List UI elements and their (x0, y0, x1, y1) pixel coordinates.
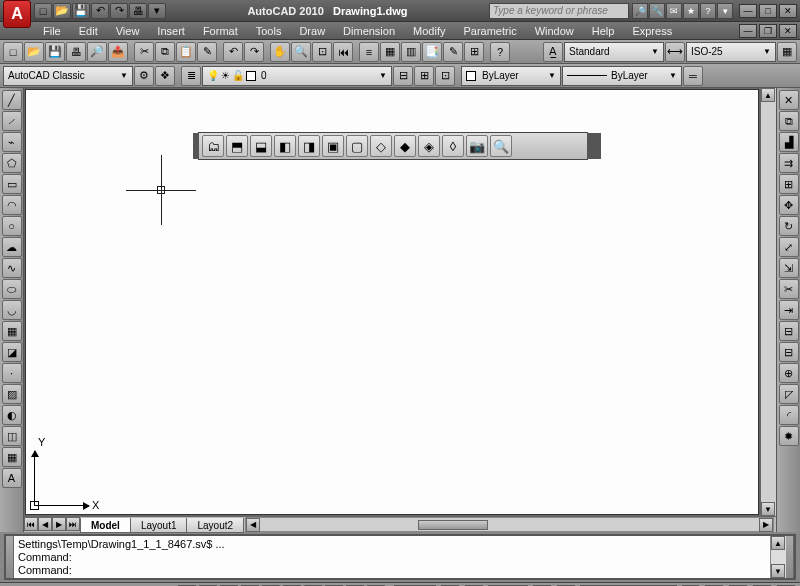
help-icon[interactable]: ? (700, 3, 716, 19)
properties-icon[interactable]: ≡ (359, 42, 379, 62)
scroll-left-icon[interactable]: ◀ (246, 518, 260, 532)
new-icon[interactable]: □ (3, 42, 23, 62)
mtext-icon[interactable]: A (2, 468, 22, 488)
table-icon[interactable]: ▦ (2, 447, 22, 467)
qa-dropdown-icon[interactable]: ▾ (148, 3, 166, 19)
redo-icon[interactable]: ↷ (244, 42, 264, 62)
back-view-icon[interactable]: ▢ (346, 135, 368, 157)
explode-icon[interactable]: ✹ (779, 426, 799, 446)
right-view-icon[interactable]: ◨ (298, 135, 320, 157)
layer-state-icon[interactable]: ⊟ (393, 66, 413, 86)
extend-icon[interactable]: ⇥ (779, 300, 799, 320)
qa-save-icon[interactable]: 💾 (72, 3, 90, 19)
ws-save-icon[interactable]: ❖ (155, 66, 175, 86)
command-resize-handle[interactable] (786, 536, 794, 578)
menu-tools[interactable]: Tools (247, 25, 291, 37)
chamfer-icon[interactable]: ◸ (779, 384, 799, 404)
markup-icon[interactable]: ✎ (443, 42, 463, 62)
view-toolbar[interactable]: 🗂 ⬒ ⬓ ◧ ◨ ▣ ▢ ◇ ◆ ◈ ◊ 📷 🔍 (198, 132, 588, 160)
menu-window[interactable]: Window (526, 25, 583, 37)
pan-icon[interactable]: ✋ (270, 42, 290, 62)
command-scrollbar[interactable]: ▲ ▼ (770, 536, 786, 578)
sw-iso-icon[interactable]: ◇ (370, 135, 392, 157)
qa-open-icon[interactable]: 📂 (53, 3, 71, 19)
make-block-icon[interactable]: ◪ (2, 342, 22, 362)
region-icon[interactable]: ◫ (2, 426, 22, 446)
comm-icon[interactable]: ✉ (666, 3, 682, 19)
save-icon[interactable]: 💾 (45, 42, 65, 62)
left-view-icon[interactable]: ◧ (274, 135, 296, 157)
ssm-icon[interactable]: 📑 (422, 42, 442, 62)
pline-icon[interactable]: ⌁ (2, 132, 22, 152)
scale-icon[interactable]: ⤢ (779, 237, 799, 257)
circle-icon[interactable]: ○ (2, 216, 22, 236)
linetype-dropdown[interactable]: ByLayer ▼ (562, 66, 682, 86)
array-icon[interactable]: ⊞ (779, 174, 799, 194)
menu-file[interactable]: File (34, 25, 70, 37)
menu-format[interactable]: Format (194, 25, 247, 37)
cut-icon[interactable]: ✂ (134, 42, 154, 62)
tab-next-icon[interactable]: ▶ (52, 517, 66, 531)
menu-parametric[interactable]: Parametric (454, 25, 525, 37)
qa-print-icon[interactable]: 🖶 (129, 3, 147, 19)
qa-new-icon[interactable]: □ (34, 3, 52, 19)
menu-express[interactable]: Express (623, 25, 681, 37)
menu-insert[interactable]: Insert (148, 25, 194, 37)
menu-help[interactable]: Help (583, 25, 624, 37)
tab-prev-icon[interactable]: ◀ (38, 517, 52, 531)
minimize-button[interactable]: — (739, 4, 757, 18)
search-input[interactable] (489, 3, 629, 19)
dc-icon[interactable]: ▦ (380, 42, 400, 62)
layer-iso-icon[interactable]: ⊡ (435, 66, 455, 86)
scrollbar-horizontal[interactable]: ◀ ▶ (245, 517, 774, 532)
bottom-view-icon[interactable]: ⬓ (250, 135, 272, 157)
command-line[interactable]: Settings\Temp\Drawing1_1_1_8467.sv$ ... … (4, 534, 796, 580)
erase-icon[interactable]: ✕ (779, 90, 799, 110)
scroll-down-icon[interactable]: ▼ (761, 502, 775, 516)
close-button[interactable]: ✕ (779, 4, 797, 18)
tab-first-icon[interactable]: ⏮ (24, 517, 38, 531)
hatch-icon[interactable]: ▨ (2, 384, 22, 404)
break-pt-icon[interactable]: ⊟ (779, 321, 799, 341)
ws-settings-icon[interactable]: ⚙ (134, 66, 154, 86)
command-text[interactable]: Settings\Temp\Drawing1_1_1_8467.sv$ ... … (14, 536, 770, 578)
undo-icon[interactable]: ↶ (223, 42, 243, 62)
qcalc-icon[interactable]: ⊞ (464, 42, 484, 62)
camera-icon[interactable]: 📷 (466, 135, 488, 157)
scroll-right-icon[interactable]: ▶ (759, 518, 773, 532)
color-dropdown[interactable]: ByLayer ▼ (461, 66, 561, 86)
publish-icon[interactable]: 📤 (108, 42, 128, 62)
layer-dropdown[interactable]: 💡 ☀ 🔓 0 ▼ (202, 66, 392, 86)
ellipse-arc-icon[interactable]: ◡ (2, 300, 22, 320)
scrollbar-vertical[interactable]: ▲ ▼ (760, 88, 776, 516)
subscription-icon[interactable]: 🔧 (649, 3, 665, 19)
copy-icon[interactable]: ⧉ (155, 42, 175, 62)
scroll-up-icon[interactable]: ▲ (761, 88, 775, 102)
stretch-icon[interactable]: ⇲ (779, 258, 799, 278)
zoom-ext-icon[interactable]: 🔍 (490, 135, 512, 157)
menu-view[interactable]: View (107, 25, 149, 37)
break-icon[interactable]: ⊟ (779, 342, 799, 362)
textstyle-dropdown[interactable]: Standard ▼ (564, 42, 664, 62)
offset-icon[interactable]: ⇉ (779, 153, 799, 173)
lineweight-icon[interactable]: ═ (683, 66, 703, 86)
app-menu-button[interactable]: A (3, 0, 31, 28)
maximize-button[interactable]: □ (759, 4, 777, 18)
menu-dimension[interactable]: Dimension (334, 25, 404, 37)
layer-props-icon[interactable]: ≣ (181, 66, 201, 86)
ellipse-icon[interactable]: ⬭ (2, 279, 22, 299)
mirror-icon[interactable]: ▟ (779, 132, 799, 152)
line-icon[interactable]: ╱ (2, 90, 22, 110)
doc-minimize-button[interactable]: — (739, 24, 757, 38)
command-handle[interactable] (6, 536, 14, 578)
join-icon[interactable]: ⊕ (779, 363, 799, 383)
tab-layout1[interactable]: Layout1 (130, 518, 188, 533)
cmd-scroll-up-icon[interactable]: ▲ (771, 536, 785, 550)
match-icon[interactable]: ✎ (197, 42, 217, 62)
tab-model[interactable]: Model (80, 518, 131, 533)
rotate-icon[interactable]: ↻ (779, 216, 799, 236)
zoom-rt-icon[interactable]: 🔍 (291, 42, 311, 62)
menu-draw[interactable]: Draw (290, 25, 334, 37)
named-views-icon[interactable]: 🗂 (202, 135, 224, 157)
ne-iso-icon[interactable]: ◈ (418, 135, 440, 157)
